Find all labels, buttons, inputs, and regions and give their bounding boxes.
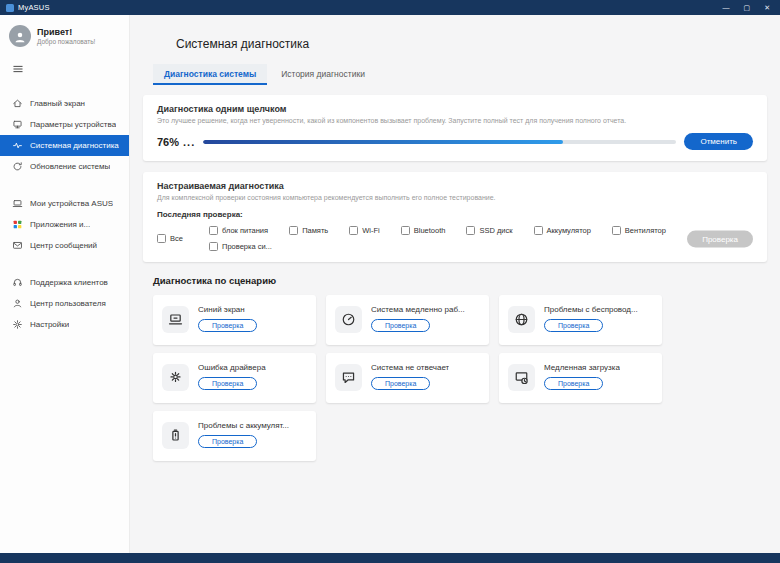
driver-error-icon	[168, 370, 183, 385]
checkbox-box[interactable]	[466, 226, 475, 235]
sidebar-item-message-center[interactable]: Центр сообщений	[0, 235, 129, 256]
scenario-check-button[interactable]: Проверка	[371, 319, 430, 332]
sidebar-item-label: Поддержка клиентов	[30, 278, 108, 287]
cancel-button[interactable]: Отменить	[684, 133, 753, 150]
tab-diagnostic-history[interactable]: История диагностики	[270, 64, 376, 85]
sidebar-item-system-diagnostics[interactable]: Системная диагностика	[0, 135, 129, 156]
scenario-card-title: Система медленно раб...	[371, 305, 465, 314]
checkbox-box[interactable]	[349, 226, 358, 235]
checkbox-label: блок питания	[222, 226, 268, 235]
sidebar-item-my-asus-devices[interactable]: Мои устройства ASUS	[0, 193, 129, 214]
sidebar-item-user-center[interactable]: Центр пользователя	[0, 293, 129, 314]
diagnostic-checkbox[interactable]: Аккумулятор	[534, 226, 591, 235]
scenario-card-title: Ошибка драйвера	[198, 363, 266, 372]
sidebar-group: Главный экранПараметры устройстваСистемн…	[0, 93, 129, 177]
checkbox-label: Bluetooth	[414, 226, 446, 235]
sidebar-item-label: Настройки	[30, 320, 69, 329]
not-responding-icon	[341, 370, 356, 385]
sidebar-item-device-settings[interactable]: Параметры устройства	[0, 114, 129, 135]
bluescreen-icon	[168, 312, 183, 327]
myasus-window: MyASUS — ▢ ✕ Привет! Добро пожаловать! Г…	[0, 0, 780, 563]
update-icon	[12, 161, 23, 172]
sidebar-item-apps[interactable]: Приложения и...	[0, 214, 129, 235]
greeting-subtitle: Добро пожаловать!	[37, 38, 95, 45]
sidebar-item-label: Параметры устройства	[30, 120, 116, 129]
diagnostics-icon	[12, 140, 23, 151]
diagnostic-checkbox[interactable]: Память	[289, 226, 328, 235]
scenario-section-title: Диагностика по сценарию	[153, 275, 767, 286]
checkbox-box[interactable]	[401, 226, 410, 235]
sidebar-item-home[interactable]: Главный экран	[0, 93, 129, 114]
diagnostic-checkbox[interactable]: Wi-Fi	[349, 226, 380, 235]
scenario-card-body: Проблемы с беспровод...Проверка	[544, 303, 638, 337]
support-icon	[12, 277, 23, 288]
scenario-card-body: Проблемы с аккумулят...Проверка	[198, 419, 289, 453]
scenario-card-title: Проблемы с беспровод...	[544, 305, 638, 314]
scenario-check-button[interactable]: Проверка	[371, 377, 430, 390]
scenario-card-body: Синий экранПроверка	[198, 303, 257, 337]
checkbox-box[interactable]	[209, 242, 218, 251]
tab-system-diagnostics[interactable]: Диагностика системы	[153, 64, 267, 85]
menu-toggle-button[interactable]	[0, 55, 129, 85]
scenario-card-title: Синий экран	[198, 305, 257, 314]
maximize-button[interactable]: ▢	[744, 4, 751, 11]
scenario-card-not-responding: Система не отвечаетПроверка	[326, 353, 489, 403]
checkbox-box[interactable]	[209, 226, 218, 235]
scenario-card-body: Ошибка драйвераПроверка	[198, 361, 266, 395]
checkbox-row: блок питанияПамятьWi-FiBluetoothSSD диск…	[209, 226, 675, 235]
sidebar-item-label: Мои устройства ASUS	[30, 199, 113, 208]
scenario-card-driver-error: Ошибка драйвераПроверка	[153, 353, 316, 403]
diagnostic-checkbox[interactable]: Bluetooth	[401, 226, 446, 235]
user-greeting[interactable]: Привет! Добро пожаловать!	[0, 22, 129, 55]
avatar[interactable]	[9, 25, 31, 47]
last-check-label: Последняя проверка:	[157, 210, 753, 219]
check-button[interactable]: Проверка	[687, 230, 753, 247]
diagnostic-checkbox[interactable]: блок питания	[209, 226, 268, 235]
greeting-title: Привет!	[37, 27, 95, 37]
home-icon	[12, 98, 23, 109]
scenario-check-button[interactable]: Проверка	[198, 377, 257, 390]
checkbox-box[interactable]	[534, 226, 543, 235]
checkbox-all[interactable]: Все	[157, 234, 209, 243]
progress-row: 76% ... Отменить	[157, 133, 753, 150]
sidebar-item-label: Системная диагностика	[30, 141, 119, 150]
sidebar-item-system-update[interactable]: Обновление системы	[0, 156, 129, 177]
checkbox-label: SSD диск	[479, 226, 512, 235]
checkbox-box[interactable]	[157, 234, 166, 243]
scenario-icon-badge	[162, 306, 189, 333]
avatar-person-icon	[13, 30, 27, 44]
scenario-check-button[interactable]: Проверка	[198, 435, 257, 448]
diagnostic-checkbox[interactable]: Вентилятор	[612, 226, 666, 235]
close-button[interactable]: ✕	[764, 4, 770, 11]
myasus-logo-icon	[6, 4, 14, 12]
page-title: Системная диагностика	[176, 37, 767, 51]
scenario-card-body: Медленная загрузкаПроверка	[544, 361, 620, 395]
diagnostic-checkbox[interactable]: SSD диск	[466, 226, 512, 235]
battery-icon	[168, 428, 183, 443]
custom-description: Для комплексной проверки состояния компь…	[157, 194, 753, 201]
wireless-icon	[514, 312, 529, 327]
sidebar-item-label: Главный экран	[30, 99, 85, 108]
checkbox-label: Все	[170, 234, 183, 243]
checkbox-rows: блок питанияПамятьWi-FiBluetoothSSD диск…	[209, 226, 675, 251]
scenario-check-button[interactable]: Проверка	[544, 319, 603, 332]
sidebar-item-customer-support[interactable]: Поддержка клиентов	[0, 272, 129, 293]
scenario-check-button[interactable]: Проверка	[198, 319, 257, 332]
checkbox-box[interactable]	[289, 226, 298, 235]
sidebar-item-settings[interactable]: Настройки	[0, 314, 129, 335]
scenario-card-battery: Проблемы с аккумулят...Проверка	[153, 411, 316, 461]
hamburger-icon	[12, 63, 24, 75]
sidebar-item-label: Центр сообщений	[30, 241, 97, 250]
progress-percent: 76%	[157, 136, 179, 148]
scenario-card-wireless: Проблемы с беспровод...Проверка	[499, 295, 662, 345]
minimize-button[interactable]: —	[723, 4, 730, 11]
one-click-title: Диагностика одним щелчком	[157, 104, 753, 114]
checkbox-area: Все блок питанияПамятьWi-FiBluetoothSSD …	[157, 226, 753, 251]
diagnostic-checkbox[interactable]: Проверка си...	[209, 242, 272, 251]
checkbox-row: Проверка си...	[209, 242, 675, 251]
scenario-card-body: Система медленно раб...Проверка	[371, 303, 465, 337]
scenario-card-title: Медленная загрузка	[544, 363, 620, 372]
scenario-check-button[interactable]: Проверка	[544, 377, 603, 390]
checkbox-box[interactable]	[612, 226, 621, 235]
scenario-icon-badge	[335, 364, 362, 391]
